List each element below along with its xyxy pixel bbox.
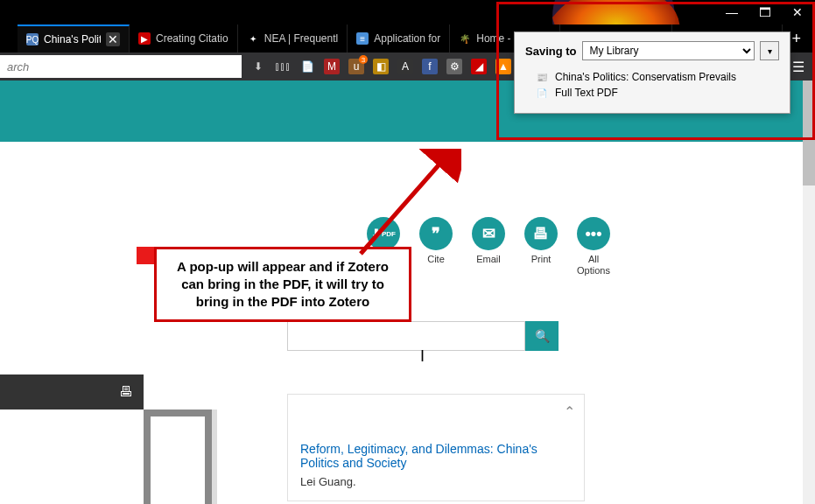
search-input[interactable] (287, 321, 525, 351)
action-button[interactable]: ✉ (472, 217, 505, 250)
browser-tab[interactable]: PQChina's Polit✕ (18, 24, 130, 52)
tab-favicon: ≡ (356, 32, 369, 45)
vertical-scrollbar[interactable] (803, 80, 815, 504)
action-label: Email (476, 254, 501, 265)
tab-label: Creating Citatio (156, 32, 228, 45)
library-icon[interactable]: ⫿⫿⫿ (275, 59, 291, 74)
annotation-arrow (348, 149, 461, 262)
zotero-save-popup: Saving to My Library ▾ 📰China's Politics… (514, 32, 790, 114)
tab-close-button[interactable]: ✕ (106, 32, 120, 46)
page-icon[interactable]: 📄 (299, 59, 315, 74)
action-label: Print (531, 254, 552, 265)
tab-favicon: 🌴 (459, 32, 471, 45)
scrollbar-thumb[interactable] (803, 80, 815, 186)
facebook-icon[interactable]: f (422, 59, 438, 74)
url-input[interactable] (0, 55, 242, 78)
adobe-icon[interactable]: A (397, 59, 413, 74)
action-button[interactable]: ••• (577, 217, 610, 250)
action-button[interactable]: 🖶 (524, 217, 558, 250)
browser-tab[interactable]: ✦NEA | Frequentl (238, 24, 348, 52)
tab-favicon: ▶ (138, 32, 151, 45)
text-cursor-icon: I (420, 347, 425, 366)
tab-favicon: ✦ (247, 32, 259, 45)
tab-label: NEA | Frequentl (264, 32, 339, 45)
popup-save-item: 📄Full Text PDF (525, 85, 779, 101)
tab-favicon: PQ (26, 33, 39, 46)
action-label: AllOptions (577, 254, 610, 276)
pdf-thumbnail-strip (144, 410, 217, 504)
settings-icon[interactable]: ⚙ (446, 59, 462, 74)
chevron-up-icon[interactable]: ⌃ (564, 403, 575, 420)
library-dropdown-button[interactable]: ▾ (760, 41, 779, 60)
svg-line-1 (361, 159, 444, 254)
vlc-icon[interactable]: ▲ (495, 59, 511, 74)
related-article-card: ⌃ Reform, Legitimacy, and Dilemmas: Chin… (287, 394, 585, 501)
browser-tab[interactable]: ▶Creating Citatio (130, 24, 238, 52)
maximize-button[interactable]: 🗖 (759, 5, 771, 19)
extension1-icon[interactable]: ◧ (373, 59, 389, 74)
pdf-sidebar-header: 🖶 (0, 374, 144, 410)
search-button[interactable]: 🔍 (525, 321, 559, 351)
action-all: •••AllOptions (573, 217, 614, 276)
tab-label: Application for (374, 32, 440, 45)
firefox-logo-swirl (500, 0, 727, 24)
action-email: ✉Email (468, 217, 509, 276)
red-ext-icon[interactable]: ◢ (471, 59, 487, 74)
item-title: China's Politics: Conservatism Prevails (555, 71, 736, 83)
saving-to-label: Saving to (525, 45, 577, 58)
item-type-icon: 📄 (536, 87, 548, 99)
download-icon[interactable]: ⬇ (250, 59, 266, 74)
minimize-button[interactable]: — (726, 5, 738, 19)
ublock-icon[interactable]: u3 (348, 59, 364, 74)
browser-tab[interactable]: ≡Application for (348, 24, 450, 52)
library-select[interactable]: My Library (582, 41, 755, 60)
item-type-icon: 📰 (536, 71, 548, 83)
action-print: 🖶Print (521, 217, 561, 276)
item-title: Full Text PDF (555, 87, 618, 99)
hamburger-menu-button[interactable]: ☰ (792, 59, 804, 75)
mendeley-icon[interactable]: M (324, 59, 340, 74)
related-article-author: Lei Guang. (300, 475, 572, 488)
popup-save-item: 📰China's Politics: Conservatism Prevails (525, 69, 779, 85)
search-box: 🔍 (287, 321, 559, 351)
window-titlebar: — 🗖 ✕ (0, 0, 815, 24)
close-window-button[interactable]: ✕ (792, 5, 803, 19)
print-icon[interactable]: 🖶 (119, 384, 133, 400)
tab-label: China's Polit (44, 33, 101, 46)
pdf-thumbnail[interactable] (151, 416, 205, 504)
related-article-title[interactable]: Reform, Legitimacy, and Dilemmas: China'… (300, 442, 572, 470)
